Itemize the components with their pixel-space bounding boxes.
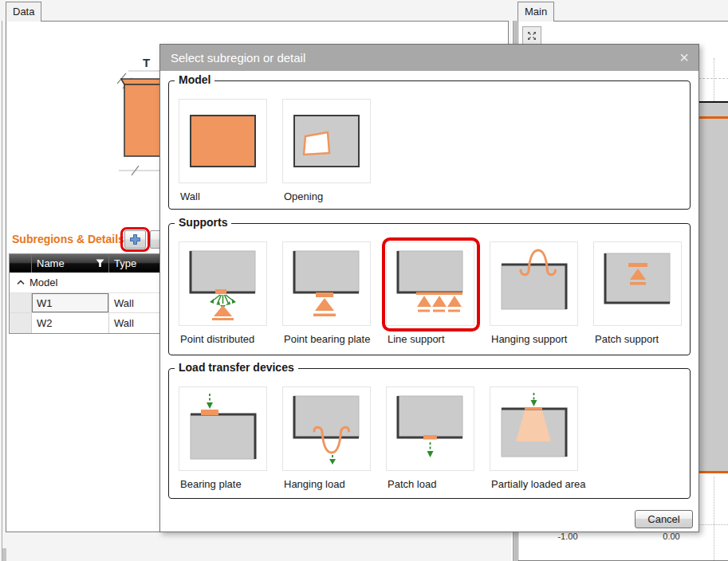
group-load-transfer-label: Load transfer devices xyxy=(175,361,298,374)
fit-view-button[interactable] xyxy=(522,26,541,45)
group-supports-label: Supports xyxy=(175,216,231,229)
partially-loaded-area-icon xyxy=(496,392,572,465)
window-edge-line xyxy=(2,21,2,561)
group-load-transfer: Load transfer devices Bearing plate xyxy=(168,368,691,499)
tile-line-support[interactable]: Line support xyxy=(386,241,476,345)
close-icon[interactable]: × xyxy=(679,47,689,69)
tile-hanging-load[interactable]: Hanging load xyxy=(282,386,372,490)
table-header-row: Name Type xyxy=(10,254,159,273)
cell-w2-name[interactable]: W2 xyxy=(32,313,109,333)
group-model-label: Model xyxy=(175,73,214,86)
table-row-w1[interactable]: W1 Wall xyxy=(10,293,159,313)
cancel-button[interactable]: Cancel xyxy=(635,510,693,528)
guide-line xyxy=(695,78,728,79)
opening-icon xyxy=(289,104,364,178)
tile-bearing-plate[interactable]: Bearing plate xyxy=(179,386,269,490)
tile-opening[interactable]: Opening xyxy=(282,99,372,202)
patch-support-icon xyxy=(600,247,675,320)
guide-line xyxy=(714,477,714,561)
subregions-heading: Subregions & Details xyxy=(12,233,124,245)
row-header[interactable] xyxy=(10,293,32,312)
point-bearing-plate-icon xyxy=(289,247,364,320)
column-header-type[interactable]: Type xyxy=(109,254,159,273)
tab-main[interactable]: Main xyxy=(517,2,554,22)
tile-patch-support[interactable]: Patch support xyxy=(593,241,683,345)
tile-point-bearing-plate[interactable]: Point bearing plate xyxy=(282,241,372,345)
hanging-load-icon xyxy=(289,392,364,465)
scrollbar-fragment[interactable] xyxy=(2,548,6,561)
subregions-table: Name Type Model W1 Wall W2 Wall xyxy=(9,253,160,334)
tile-point-distributed[interactable]: Point distributed xyxy=(179,241,269,345)
column-type-label: Type xyxy=(114,257,136,269)
bearing-plate-icon xyxy=(185,392,261,465)
cell-w2-type[interactable]: Wall xyxy=(109,313,159,333)
axis-label-right: 0.00 xyxy=(652,532,691,541)
plus-icon xyxy=(129,233,141,245)
group-model: Model Wall Opening xyxy=(168,80,691,210)
column-header-name[interactable]: Name xyxy=(32,254,109,273)
patch-load-icon xyxy=(392,392,468,465)
table-corner-cell xyxy=(10,254,32,273)
select-subregion-dialog: Select subregion or detail × Model Wall xyxy=(159,44,699,532)
cell-w1-type[interactable]: Wall xyxy=(109,293,159,312)
point-distributed-icon xyxy=(185,247,261,320)
tile-patch-load[interactable]: Patch load xyxy=(386,386,476,490)
collapse-icon[interactable] xyxy=(17,280,25,285)
dimension-label-T: T xyxy=(143,56,150,69)
group-supports: Supports Point distribu xyxy=(168,223,691,355)
add-subregion-button[interactable] xyxy=(124,230,146,249)
column-name-label: Name xyxy=(37,257,65,269)
guide-line xyxy=(714,58,714,103)
expand-arrows-icon xyxy=(526,30,537,41)
table-row-w2[interactable]: W2 Wall xyxy=(10,313,159,333)
filter-icon[interactable] xyxy=(96,259,104,268)
table-group-row-model[interactable]: Model xyxy=(10,273,159,293)
tile-partially-loaded-area[interactable]: Partially loaded area xyxy=(490,386,580,490)
tab-data[interactable]: Data xyxy=(6,2,41,22)
tile-hanging-support[interactable]: Hanging support xyxy=(490,241,580,345)
hanging-support-icon xyxy=(496,247,572,320)
cell-w1-name[interactable]: W1 xyxy=(32,293,109,312)
wall-icon xyxy=(185,104,261,178)
row-header[interactable] xyxy=(10,313,32,333)
dialog-title: Select subregion or detail xyxy=(160,45,698,71)
group-row-label: Model xyxy=(30,277,57,288)
tile-wall[interactable]: Wall xyxy=(179,99,269,202)
line-support-icon xyxy=(392,247,468,320)
axis-label-left: -1.00 xyxy=(549,532,587,541)
